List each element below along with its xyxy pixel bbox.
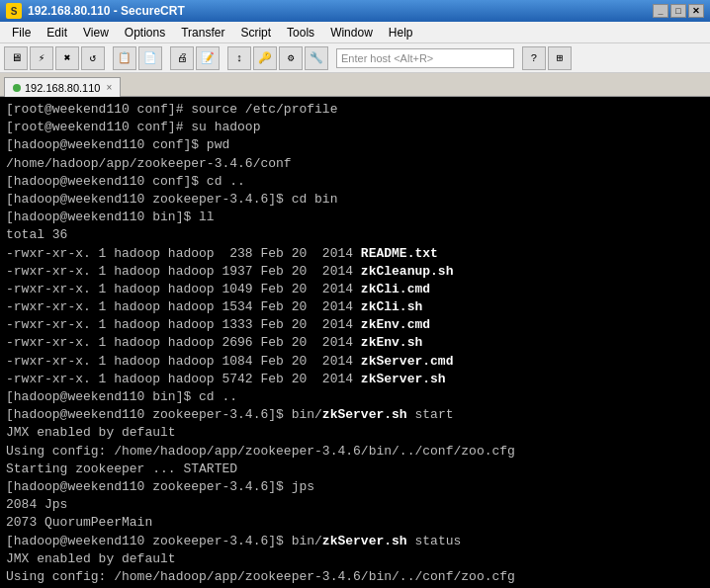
copy-button[interactable]: 📋 (113, 46, 136, 70)
menu-bar: File Edit View Options Transfer Script T… (0, 22, 710, 43)
menu-options[interactable]: Options (117, 24, 173, 42)
terminal-line: Starting zookeeper ... STARTED (6, 461, 704, 478)
terminal-line: total 36 (6, 226, 704, 244)
menu-tools[interactable]: Tools (279, 24, 322, 42)
menu-transfer[interactable]: Transfer (173, 24, 232, 42)
terminal-line: [hadoop@weekend110 conf]$ cd .. (6, 173, 704, 191)
address-placeholder: Enter host <Alt+R> (341, 52, 433, 64)
address-bar[interactable]: Enter host <Alt+R> (336, 48, 514, 68)
tab-close-button[interactable]: × (106, 82, 112, 93)
terminal-line: 2084 Jps (6, 496, 704, 514)
terminal-output[interactable]: [root@weekend110 conf]# source /etc/prof… (0, 97, 710, 588)
menu-view[interactable]: View (75, 24, 117, 42)
terminal-line: /home/hadoop/app/zookeeper-3.4.6/conf (6, 155, 704, 173)
tab-status-indicator (13, 84, 21, 92)
tab-session[interactable]: 192.168.80.110 × (4, 77, 121, 97)
terminal-line: [root@weekend110 conf]# source /etc/prof… (6, 101, 704, 119)
app-icon: S (6, 3, 22, 19)
terminal-line: Using config: /home/hadoop/app/zookeeper… (6, 568, 704, 586)
terminal-line: [hadoop@weekend110 zookeeper-3.4.6]$ bin… (6, 406, 704, 424)
minimize-button[interactable]: _ (653, 4, 668, 18)
terminal-line: 2073 QuorumPeerMain (6, 514, 704, 532)
log-button[interactable]: 📝 (196, 46, 220, 70)
terminal-line: [hadoop@weekend110 zookeeper-3.4.6]$ jps (6, 478, 704, 496)
close-button[interactable]: ✕ (688, 4, 704, 18)
sftp-button[interactable]: ↕ (227, 46, 251, 70)
new-session-button[interactable]: 🖥 (4, 46, 28, 70)
key-button[interactable]: 🔑 (253, 46, 277, 70)
menu-file[interactable]: File (4, 24, 39, 42)
reconnect-button[interactable]: ↺ (81, 46, 105, 70)
terminal-line: -rwxr-xr-x. 1 hadoop hadoop 1534 Feb 20 … (6, 298, 704, 316)
connect-button[interactable]: ⚡ (30, 46, 53, 70)
paste-button[interactable]: 📄 (138, 46, 162, 70)
menu-window[interactable]: Window (322, 24, 381, 42)
print-button[interactable]: 🖨 (170, 46, 194, 70)
terminal-line: -rwxr-xr-x. 1 hadoop hadoop 1937 Feb 20 … (6, 263, 704, 281)
extra-button[interactable]: ⊞ (548, 46, 572, 70)
terminal-line: -rwxr-xr-x. 1 hadoop hadoop 5742 Feb 20 … (6, 371, 704, 388)
toolbar: 🖥 ⚡ ✖ ↺ 📋 📄 🖨 📝 ↕ 🔑 ⚙ 🔧 Enter host <Alt+… (0, 43, 710, 73)
tab-label: 192.168.80.110 (25, 82, 100, 94)
terminal-line: -rwxr-xr-x. 1 hadoop hadoop 1049 Feb 20 … (6, 281, 704, 298)
help-icon-button[interactable]: ? (522, 46, 546, 70)
menu-help[interactable]: Help (381, 24, 421, 42)
tab-bar: 192.168.80.110 × (0, 73, 710, 97)
tools2-button[interactable]: 🔧 (305, 46, 328, 70)
title-bar: S 192.168.80.110 - SecureCRT _ □ ✕ (0, 0, 710, 22)
maximize-button[interactable]: □ (670, 4, 686, 18)
terminal-line: [hadoop@weekend110 conf]$ pwd (6, 136, 704, 154)
terminal-line: [hadoop@weekend110 zookeeper-3.4.6]$ cd … (6, 191, 704, 209)
menu-edit[interactable]: Edit (39, 24, 75, 42)
window-title: 192.168.80.110 - SecureCRT (28, 4, 653, 18)
disconnect-button[interactable]: ✖ (55, 46, 79, 70)
terminal-line: JMX enabled by default (6, 550, 704, 568)
terminal-line: JMX enabled by default (6, 424, 704, 442)
menu-script[interactable]: Script (232, 24, 279, 42)
terminal-line: -rwxr-xr-x. 1 hadoop hadoop 1333 Feb 20 … (6, 316, 704, 334)
settings-button[interactable]: ⚙ (279, 46, 303, 70)
terminal-line: [hadoop@weekend110 zookeeper-3.4.6]$ bin… (6, 533, 704, 550)
terminal-line: [hadoop@weekend110 bin]$ cd .. (6, 388, 704, 406)
terminal-line: [hadoop@weekend110 bin]$ ll (6, 209, 704, 226)
window-controls[interactable]: _ □ ✕ (653, 4, 704, 18)
terminal-line: -rwxr-xr-x. 1 hadoop hadoop 2696 Feb 20 … (6, 334, 704, 352)
terminal-line: -rwxr-xr-x. 1 hadoop hadoop 238 Feb 20 2… (6, 245, 704, 263)
terminal-line: -rwxr-xr-x. 1 hadoop hadoop 1084 Feb 20 … (6, 353, 704, 371)
terminal-line: [root@weekend110 conf]# su hadoop (6, 119, 704, 136)
terminal-line: Using config: /home/hadoop/app/zookeeper… (6, 443, 704, 461)
